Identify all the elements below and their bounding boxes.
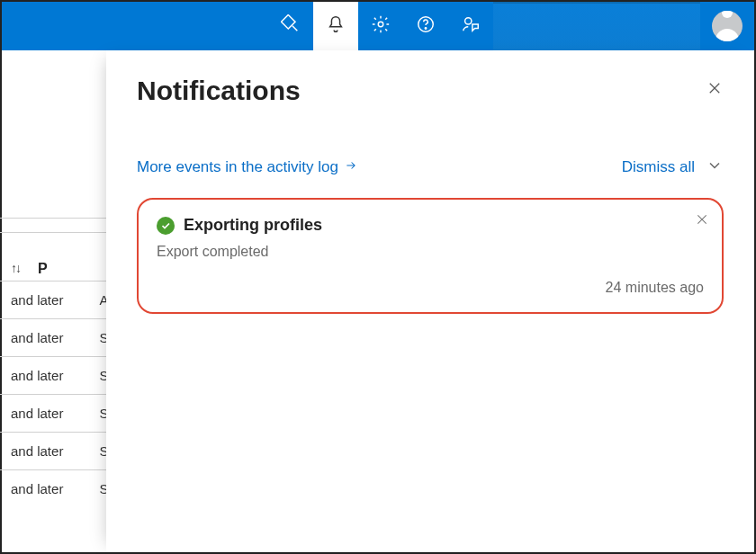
arrow-right-icon (344, 158, 358, 176)
account-button[interactable] (700, 2, 754, 50)
notifications-panel: Notifications More events in the activit… (106, 50, 754, 552)
diagnostics-button[interactable] (268, 2, 313, 50)
help-button[interactable] (403, 2, 448, 50)
notification-card: Exporting profiles Export completed 24 m… (137, 198, 724, 314)
column-p-header: P (38, 261, 48, 277)
notification-title: Exporting profiles (184, 216, 322, 235)
svg-point-3 (425, 28, 426, 29)
user-avatar-icon (712, 11, 742, 41)
dismiss-all-label: Dismiss all (622, 158, 695, 176)
close-icon (695, 214, 709, 229)
gear-icon (371, 14, 391, 38)
feedback-button[interactable] (448, 2, 493, 50)
notification-timestamp: 24 minutes ago (157, 280, 704, 296)
panel-title: Notifications (137, 76, 724, 106)
close-icon (706, 80, 723, 100)
activity-log-link-label: More events in the activity log (137, 158, 338, 176)
dismiss-all-button[interactable]: Dismiss all (622, 158, 695, 176)
help-icon (416, 14, 436, 38)
account-area (493, 2, 700, 50)
svg-point-1 (378, 22, 383, 27)
sort-icon: ↑↓ (11, 261, 20, 277)
settings-button[interactable] (358, 2, 403, 50)
svg-point-4 (465, 18, 472, 24)
feedback-icon (461, 14, 481, 38)
diagnostics-icon (281, 14, 301, 38)
bell-icon (326, 14, 346, 38)
close-panel-button[interactable] (702, 77, 727, 103)
chevron-down-icon[interactable] (706, 156, 724, 178)
notifications-button[interactable] (313, 2, 358, 50)
dismiss-notification-button[interactable] (695, 212, 709, 230)
top-bar (2, 2, 754, 50)
success-check-icon (157, 217, 175, 235)
notification-description: Export completed (157, 244, 704, 260)
activity-log-link[interactable]: More events in the activity log (137, 158, 358, 176)
